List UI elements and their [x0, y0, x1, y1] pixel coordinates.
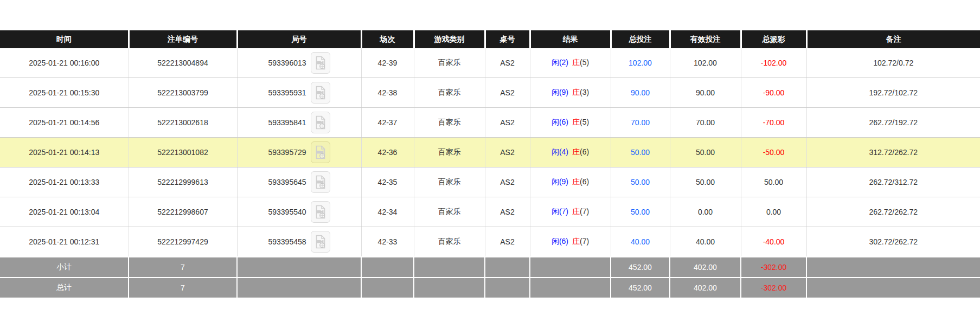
cell-round-id: 593396013 [237, 48, 361, 78]
cell-session: 42-33 [361, 227, 414, 257]
result-player: 闲(6) [552, 237, 568, 246]
result-banker-points: (3) [580, 88, 589, 96]
grand-total-count: 7 [129, 278, 237, 298]
cell-round-id: 593395540 [237, 197, 361, 227]
summary-empty-cell [237, 257, 361, 278]
cell-time: 2025-01-21 00:14:56 [0, 108, 129, 138]
subtotal-count: 7 [129, 257, 237, 278]
cell-total-bet: 102.00 [611, 48, 670, 78]
video-replay-icon[interactable] [311, 82, 330, 104]
cell-table-no: AS2 [485, 138, 530, 167]
video-replay-icon[interactable] [311, 231, 330, 253]
video-replay-icon[interactable] [311, 52, 330, 74]
cell-remark: 262.72/312.72 [806, 167, 980, 197]
cell-time: 2025-01-21 00:15:30 [0, 78, 129, 108]
table-row[interactable]: 2025-01-21 00:14:13522213001082593395729… [0, 138, 980, 167]
table-row[interactable]: 2025-01-21 00:16:00522213004894593396013… [0, 48, 980, 78]
col-header-valid-bet: 有效投注 [670, 30, 741, 48]
cell-total-payout: -40.00 [741, 227, 806, 257]
result-player: 闲(6) [552, 118, 568, 126]
cell-time: 2025-01-21 00:16:00 [0, 48, 129, 78]
cell-remark: 302.72/262.72 [806, 227, 980, 257]
result-banker: 庄 [572, 147, 580, 156]
cell-remark: 262.72/262.72 [806, 197, 980, 227]
cell-game-type: 百家乐 [414, 78, 485, 108]
col-header-result: 结果 [530, 30, 611, 48]
table-row[interactable]: 2025-01-21 00:13:33522212999613593395645… [0, 167, 980, 197]
cell-bet-id: 522212997429 [129, 227, 237, 257]
video-replay-icon[interactable] [311, 171, 330, 193]
cell-result: 闲(6)庄(5) [530, 108, 611, 138]
cell-total-payout: 50.00 [741, 167, 806, 197]
cell-game-type: 百家乐 [414, 48, 485, 78]
col-header-session: 场次 [361, 30, 414, 48]
cell-session: 42-34 [361, 197, 414, 227]
video-replay-icon[interactable] [311, 141, 330, 163]
cell-round-id: 593395645 [237, 167, 361, 197]
cell-total-bet: 70.00 [611, 108, 670, 138]
cell-valid-bet: 40.00 [670, 227, 741, 257]
cell-game-type: 百家乐 [414, 197, 485, 227]
result-banker-points: (7) [580, 207, 589, 216]
cell-table-no: AS2 [485, 167, 530, 197]
subtotal-row: 小计 7 452.00 402.00 -302.00 [0, 257, 980, 278]
subtotal-total-bet: 452.00 [611, 257, 670, 278]
cell-time: 2025-01-21 00:13:33 [0, 167, 129, 197]
table-row[interactable]: 2025-01-21 00:14:56522213002618593395841… [0, 108, 980, 138]
video-replay-icon[interactable] [311, 112, 330, 133]
col-header-total-bet: 总投注 [611, 30, 670, 48]
cell-time: 2025-01-21 00:14:13 [0, 138, 129, 167]
cell-total-bet: 50.00 [611, 197, 670, 227]
table-header: 时间 注单编号 局号 场次 游戏类别 桌号 结果 总投注 有效投注 总派彩 备注 [0, 30, 980, 48]
cell-bet-id: 522213004894 [129, 48, 237, 78]
result-player: 闲(4) [552, 147, 568, 156]
cell-round-id: 593395931 [237, 78, 361, 108]
cell-valid-bet: 90.00 [670, 78, 741, 108]
cell-total-payout: 0.00 [741, 197, 806, 227]
cell-game-type: 百家乐 [414, 108, 485, 138]
result-banker: 庄 [572, 177, 580, 186]
cell-session: 42-38 [361, 78, 414, 108]
col-header-total-payout: 总派彩 [741, 30, 806, 48]
cell-valid-bet: 0.00 [670, 197, 741, 227]
cell-time: 2025-01-21 00:12:31 [0, 227, 129, 257]
cell-table-no: AS2 [485, 78, 530, 108]
cell-time: 2025-01-21 00:13:04 [0, 197, 129, 227]
cell-result: 闲(6)庄(7) [530, 227, 611, 257]
table-row[interactable]: 2025-01-21 00:12:31522212997429593395458… [0, 227, 980, 257]
video-replay-icon[interactable] [311, 201, 330, 223]
cell-remark: 192.72/102.72 [806, 78, 980, 108]
cell-round-id: 593395841 [237, 108, 361, 138]
summary-empty-cell [361, 278, 414, 298]
cell-game-type: 百家乐 [414, 167, 485, 197]
cell-total-payout: -90.00 [741, 78, 806, 108]
result-banker: 庄 [572, 118, 580, 126]
result-banker: 庄 [572, 88, 580, 96]
summary-empty-cell [530, 278, 611, 298]
round-id-text: 593395645 [268, 178, 306, 186]
result-player: 闲(9) [552, 177, 568, 186]
cell-session: 42-36 [361, 138, 414, 167]
cell-result: 闲(7)庄(7) [530, 197, 611, 227]
bet-history-table: 时间 注单编号 局号 场次 游戏类别 桌号 结果 总投注 有效投注 总派彩 备注… [0, 30, 980, 299]
table-row[interactable]: 2025-01-21 00:15:30522213003799593395931… [0, 78, 980, 108]
result-banker-points: (5) [580, 118, 589, 126]
cell-result: 闲(2)庄(5) [530, 48, 611, 78]
cell-total-bet: 50.00 [611, 167, 670, 197]
cell-total-bet: 90.00 [611, 78, 670, 108]
summary-empty-cell [806, 257, 980, 278]
grand-total-total-payout: -302.00 [741, 278, 806, 298]
cell-session: 42-39 [361, 48, 414, 78]
round-id-text: 593395931 [268, 88, 306, 97]
summary-empty-cell [530, 257, 611, 278]
result-player: 闲(7) [552, 207, 568, 216]
grand-total-total-bet: 452.00 [611, 278, 670, 298]
cell-round-id: 593395458 [237, 227, 361, 257]
round-id-text: 593395729 [268, 148, 306, 157]
col-header-round-id: 局号 [237, 30, 361, 48]
cell-round-id: 593395729 [237, 138, 361, 167]
cell-remark: 102.72/0.72 [806, 48, 980, 78]
cell-table-no: AS2 [485, 108, 530, 138]
result-banker-points: (7) [580, 237, 589, 246]
table-row[interactable]: 2025-01-21 00:13:04522212998607593395540… [0, 197, 980, 227]
